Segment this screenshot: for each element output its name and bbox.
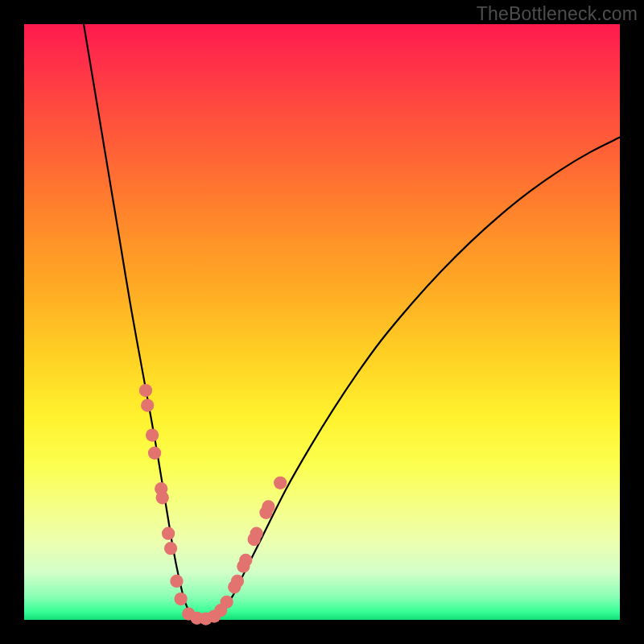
curve-marker [250, 527, 262, 540]
curve-marker [141, 398, 154, 411]
curve-marker [170, 575, 183, 588]
curve-marker [220, 596, 233, 609]
curve-marker [262, 500, 275, 513]
chart-svg [24, 24, 620, 620]
curve-marker [139, 384, 152, 397]
curve-marker [148, 447, 161, 460]
chart-plot-area [24, 24, 620, 620]
curve-marker [146, 428, 159, 441]
marker-group [139, 384, 287, 625]
chart-frame: TheBottleneck.com [0, 0, 644, 644]
curve-marker [174, 592, 187, 605]
curve-marker [164, 542, 177, 555]
curve-marker [274, 477, 287, 489]
curve-marker [156, 491, 169, 504]
curve-marker [239, 554, 252, 567]
watermark-text: TheBottleneck.com [477, 3, 638, 25]
curve-marker [162, 527, 175, 540]
curve-marker [231, 575, 244, 588]
